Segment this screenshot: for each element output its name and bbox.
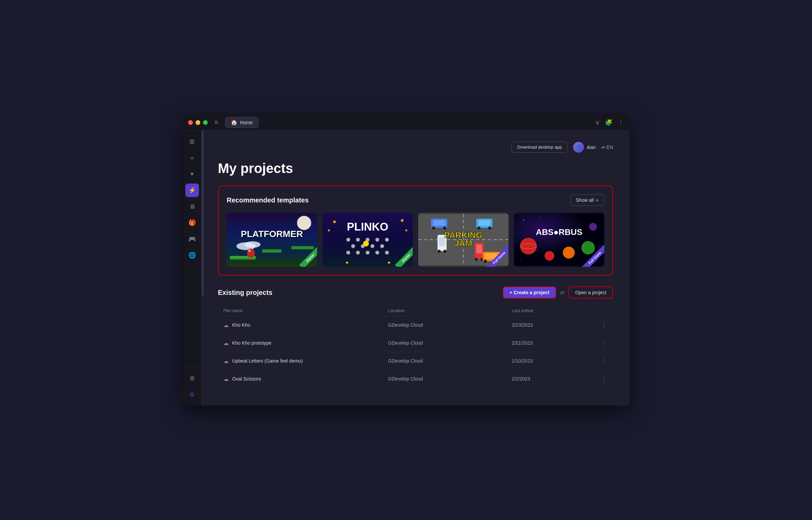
location-label: GDevelop Cloud xyxy=(388,376,512,382)
scrollbar-thumb[interactable] xyxy=(202,131,203,296)
show-all-button[interactable]: Show all + xyxy=(570,194,604,206)
svg-point-74 xyxy=(589,223,597,231)
svg-text:★: ★ xyxy=(327,228,331,232)
user-name-label: 4ian xyxy=(587,145,595,150)
show-all-label: Show all xyxy=(576,197,594,203)
puzzle-icon[interactable]: 🧩 xyxy=(605,119,612,126)
svg-point-62 xyxy=(539,217,540,217)
svg-point-18 xyxy=(346,238,350,241)
row-menu-button[interactable]: ⋮ xyxy=(594,375,608,383)
sparkle-icon: ✦ xyxy=(189,170,195,178)
table-row[interactable]: ☁ Oval Scissors GDevelop Cloud 2/2/2023 … xyxy=(218,370,613,388)
starter-ribbon-platformer: Starter xyxy=(290,240,317,267)
svg-point-25 xyxy=(370,244,374,248)
cloud-icon: ☁ xyxy=(223,340,229,346)
template-card-platformer[interactable]: PLATFORMER Starter xyxy=(227,213,317,267)
svg-point-32 xyxy=(363,241,369,246)
template-card-absorbus[interactable]: ABS●RBUS Full Game xyxy=(514,213,604,267)
svg-point-10 xyxy=(249,251,250,252)
svg-text:PLATFORMER: PLATFORMER xyxy=(241,229,303,239)
row-menu-button[interactable]: ⋮ xyxy=(594,357,608,365)
avatar-emoji: 👤 xyxy=(576,145,582,150)
svg-text:ABS●RBUS: ABS●RBUS xyxy=(536,228,583,237)
fullgame-ribbon-parking: Full Game xyxy=(481,240,509,267)
svg-point-23 xyxy=(351,244,355,248)
svg-point-3 xyxy=(244,241,261,248)
templates-section-title: Recommended templates xyxy=(227,196,309,204)
bolt-icon: ⚡ xyxy=(188,187,196,194)
scrollbar-track[interactable] xyxy=(201,131,203,406)
template-card-plinko[interactable]: ★ ★ ★ ★ PLINKO xyxy=(322,213,413,267)
row-menu-button[interactable]: ⋮ xyxy=(594,321,608,329)
svg-point-1 xyxy=(297,216,311,230)
projects-actions: + Create a project or Open a project xyxy=(503,286,613,299)
home-tab[interactable]: 🏠 Home xyxy=(225,117,258,128)
svg-rect-43 xyxy=(478,220,490,225)
col-location: Location xyxy=(388,308,512,313)
col-actions xyxy=(594,308,608,313)
fullgame-badge-parking: Full Game xyxy=(486,245,509,267)
sidebar-item-settings[interactable]: ⚙ xyxy=(185,372,199,385)
monitor-icon: 🖥 xyxy=(189,203,195,210)
svg-point-45 xyxy=(488,226,492,230)
starter-ribbon-plinko: Starter xyxy=(386,240,413,267)
create-project-button[interactable]: + Create a project xyxy=(503,286,556,299)
gift-icon: 🎁 xyxy=(188,219,196,226)
language-selector[interactable]: ⇌ EN xyxy=(601,145,613,150)
templates-section: Recommended templates Show all + xyxy=(218,186,613,276)
sidebar-item-gdevelop[interactable]: G xyxy=(185,388,199,402)
location-label: GDevelop Cloud xyxy=(388,358,512,364)
sidebar-bottom: ⚙ G xyxy=(185,366,199,402)
col-last-edited: Last edited xyxy=(512,308,594,313)
traffic-lights xyxy=(188,120,208,125)
template-grid: PLATFORMER Starter xyxy=(227,213,604,267)
svg-point-28 xyxy=(356,251,360,254)
svg-text:★: ★ xyxy=(400,217,404,223)
template-card-parking-jam[interactable]: PARKING JAM Full Game xyxy=(418,213,509,267)
table-row[interactable]: ☁ Kho Kho GDevelop Cloud 2/23/2023 ⋮ xyxy=(218,316,613,334)
maximize-button[interactable] xyxy=(203,120,208,125)
filename-label: Oval Scissors xyxy=(232,376,261,382)
svg-text:PLINKO: PLINKO xyxy=(347,221,388,233)
sidebar-item-gift[interactable]: 🎁 xyxy=(185,216,199,230)
sidebar-item-sparkle[interactable]: ✦ xyxy=(185,167,199,181)
minimize-button[interactable] xyxy=(196,120,200,125)
globe-icon: 🌐 xyxy=(188,252,196,259)
svg-point-49 xyxy=(443,250,447,253)
avatar: 👤 xyxy=(573,142,584,153)
titlebar-right: ∨ 🧩 ⋮ xyxy=(595,119,624,126)
svg-point-40 xyxy=(432,226,435,230)
sidebar-item-globe[interactable]: 🌐 xyxy=(185,248,199,262)
svg-rect-39 xyxy=(433,220,445,225)
filename-label: Kho Kho prototype xyxy=(232,340,271,346)
svg-rect-6 xyxy=(262,250,281,253)
table-row[interactable]: ☁ Upbeat Letters (Game feel demo) GDevel… xyxy=(218,352,613,370)
download-desktop-app-button[interactable]: Download desktop app xyxy=(512,142,568,153)
svg-point-29 xyxy=(366,251,369,254)
filename-label: Kho Kho xyxy=(232,322,250,328)
svg-point-30 xyxy=(375,251,379,254)
sidebar-item-gamepad[interactable]: 🎮 xyxy=(185,232,199,246)
panels-icon: ⊞ xyxy=(189,138,195,145)
dropdown-icon[interactable]: ∨ xyxy=(595,119,600,126)
open-project-button[interactable]: Open a project xyxy=(568,286,613,299)
svg-point-8 xyxy=(247,249,255,258)
svg-point-48 xyxy=(437,250,441,253)
show-all-plus-icon: + xyxy=(596,197,599,203)
table-row[interactable]: ☁ Kho Kho prototype GDevelop Cloud 2/21/… xyxy=(218,334,613,352)
svg-point-19 xyxy=(356,238,360,241)
sidebar-item-monitor[interactable]: 🖥 xyxy=(185,200,199,213)
user-badge[interactable]: 👤 4ian xyxy=(573,142,595,153)
close-button[interactable] xyxy=(188,120,193,125)
row-menu-button[interactable]: ⋮ xyxy=(594,339,608,347)
sidebar-item-panels[interactable]: ⊞ xyxy=(185,135,199,148)
svg-point-26 xyxy=(380,244,384,248)
col-filename: File name xyxy=(223,308,388,313)
more-options-icon[interactable]: ⋮ xyxy=(618,119,624,126)
gamepad-icon: 🎮 xyxy=(188,235,196,243)
sidebar-item-expand[interactable]: » xyxy=(185,151,199,165)
sidebar-item-bolt[interactable]: ⚡ xyxy=(185,183,199,197)
cloud-icon: ☁ xyxy=(223,376,229,382)
svg-point-27 xyxy=(346,251,350,254)
hamburger-icon[interactable]: ≡ xyxy=(212,117,221,127)
